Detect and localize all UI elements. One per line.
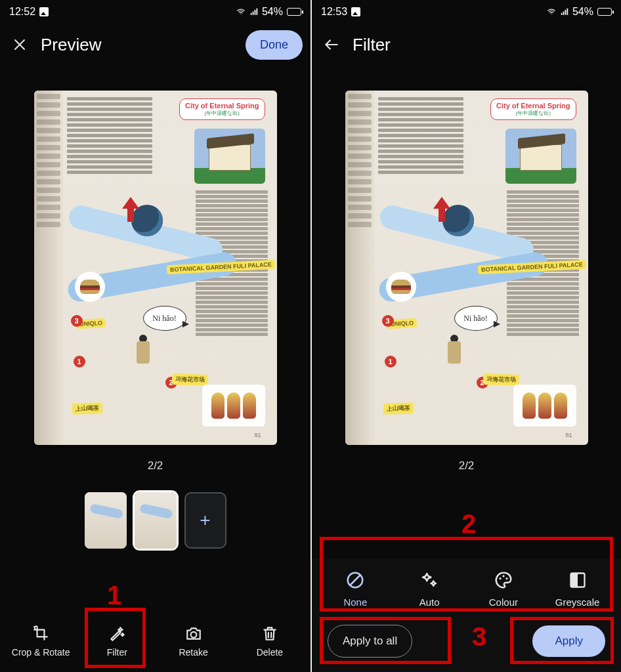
content-area: City of Eternal Spring(年中温暖な街) BOTANICAL… xyxy=(0,66,310,613)
delete-button[interactable]: Delete xyxy=(232,621,307,662)
filter-panel: None Auto Colour Greyscale Apply to all … xyxy=(312,558,621,672)
close-button[interactable] xyxy=(8,33,32,56)
greyscale-icon xyxy=(568,570,588,590)
battery-icon xyxy=(287,8,301,16)
signal-icon xyxy=(249,7,259,16)
thumbnail-row: + xyxy=(85,492,226,549)
done-button[interactable]: Done xyxy=(246,30,303,60)
page-title: Filter xyxy=(353,35,391,55)
apply-button[interactable]: Apply xyxy=(532,625,605,657)
appbar: Preview Done xyxy=(0,24,310,66)
back-arrow-icon xyxy=(323,36,340,53)
status-time: 12:52 xyxy=(9,6,35,18)
filter-option-auto[interactable]: Auto xyxy=(394,570,465,608)
phone-right: 12:53 54% Filter City of Eternal Spring(… xyxy=(310,0,621,672)
page-title: Preview xyxy=(41,35,101,55)
filter-option-none[interactable]: None xyxy=(320,570,391,608)
status-bar: 12:52 54% xyxy=(0,0,310,24)
no-filter-icon xyxy=(345,570,365,590)
crop-rotate-icon xyxy=(32,625,49,642)
svg-point-2 xyxy=(499,578,501,579)
status-time: 12:53 xyxy=(321,6,347,18)
badge: City of Eternal Spring(年中温暖な街) xyxy=(490,98,576,120)
back-button[interactable] xyxy=(320,33,343,56)
appbar: Filter xyxy=(312,24,621,66)
add-page-button[interactable]: + xyxy=(184,492,226,549)
crop-rotate-button[interactable]: Crop & Rotate xyxy=(3,621,78,662)
bottom-action-bar: Crop & Rotate Filter Retake Delete xyxy=(0,613,310,672)
close-icon xyxy=(12,37,28,52)
status-bar: 12:53 54% xyxy=(312,0,621,24)
photo-house xyxy=(194,129,265,184)
filter-options-row: None Auto Colour Greyscale xyxy=(318,565,614,613)
gallery-status-icon xyxy=(39,7,49,16)
apply-to-all-button[interactable]: Apply to all xyxy=(328,625,412,658)
battery-text: 54% xyxy=(572,6,593,18)
plus-icon: + xyxy=(200,510,210,531)
sparkle-icon xyxy=(419,570,439,590)
filter-option-colour[interactable]: Colour xyxy=(468,570,539,608)
wifi-icon xyxy=(546,7,557,16)
apply-row: Apply to all Apply xyxy=(318,622,614,667)
camera-icon xyxy=(185,625,202,642)
thumbnail-1[interactable] xyxy=(85,492,127,549)
filter-button[interactable]: Filter xyxy=(79,621,154,662)
svg-point-3 xyxy=(502,575,504,577)
svg-point-0 xyxy=(190,632,196,638)
svg-point-4 xyxy=(505,578,507,579)
page-counter: 2/2 xyxy=(148,459,163,472)
filter-option-greyscale[interactable]: Greyscale xyxy=(542,570,613,608)
battery-text: 54% xyxy=(262,6,283,18)
wifi-icon xyxy=(236,7,246,16)
magic-wand-icon xyxy=(108,625,125,642)
signal-icon xyxy=(559,7,570,16)
phone-left: 12:52 54% Preview Done City of Eternal S… xyxy=(0,0,310,672)
content-area: City of Eternal Spring(年中温暖な街) BOTANICAL… xyxy=(312,66,621,558)
badge: City of Eternal Spring(年中温暖な街) xyxy=(179,98,265,120)
battery-icon xyxy=(597,8,612,16)
retake-button[interactable]: Retake xyxy=(156,621,231,662)
scan-preview[interactable]: City of Eternal Spring(年中温暖な街) BOTANICAL… xyxy=(34,91,277,445)
photo-house xyxy=(505,129,576,184)
trash-icon xyxy=(261,625,278,642)
palette-icon xyxy=(494,570,513,590)
gallery-status-icon xyxy=(351,7,360,16)
scan-preview[interactable]: City of Eternal Spring(年中温暖な街) BOTANICAL… xyxy=(345,91,588,445)
page-counter: 2/2 xyxy=(459,459,475,472)
thumbnail-2[interactable] xyxy=(135,492,177,549)
